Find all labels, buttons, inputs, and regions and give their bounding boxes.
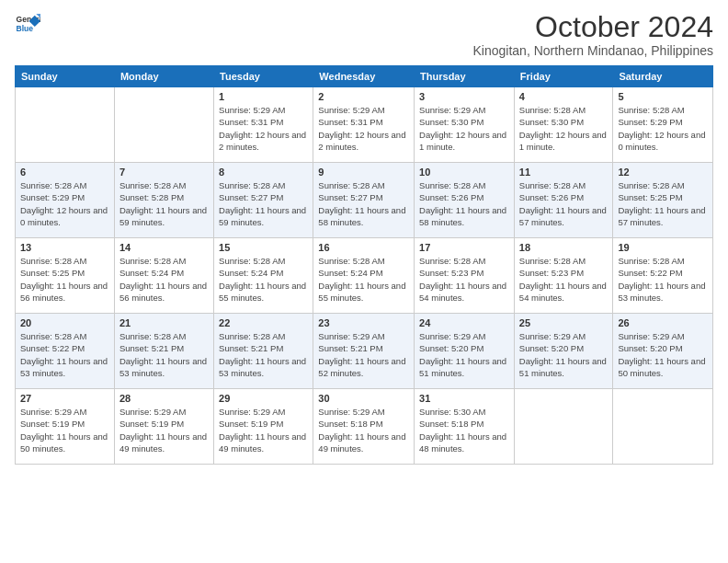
day-info: Sunrise: 5:28 AMSunset: 5:22 PMDaylight:…	[20, 331, 108, 378]
calendar-cell: 19 Sunrise: 5:28 AMSunset: 5:22 PMDaylig…	[613, 238, 713, 314]
day-info: Sunrise: 5:29 AMSunset: 5:20 PMDaylight:…	[618, 331, 705, 378]
svg-text:Blue: Blue	[17, 24, 34, 33]
day-info: Sunrise: 5:28 AMSunset: 5:24 PMDaylight:…	[219, 256, 306, 303]
day-number: 9	[318, 167, 409, 178]
day-info: Sunrise: 5:29 AMSunset: 5:20 PMDaylight:…	[419, 331, 506, 378]
day-number: 10	[419, 167, 509, 178]
col-tuesday: Tuesday	[214, 66, 313, 87]
day-number: 16	[318, 242, 409, 253]
day-info: Sunrise: 5:28 AMSunset: 5:21 PMDaylight:…	[219, 331, 306, 378]
page-title: October 2024	[473, 11, 714, 43]
calendar-week-1: 6 Sunrise: 5:28 AMSunset: 5:29 PMDayligh…	[16, 163, 713, 238]
day-number: 29	[219, 393, 308, 404]
day-info: Sunrise: 5:29 AMSunset: 5:21 PMDaylight:…	[318, 331, 405, 378]
title-block: October 2024 Kinogitan, Northern Mindana…	[473, 11, 714, 58]
day-info: Sunrise: 5:28 AMSunset: 5:23 PMDaylight:…	[519, 256, 607, 303]
day-info: Sunrise: 5:28 AMSunset: 5:27 PMDaylight:…	[219, 180, 306, 227]
calendar-header: Sunday Monday Tuesday Wednesday Thursday…	[16, 66, 713, 87]
day-number: 21	[119, 317, 209, 328]
day-number: 14	[119, 242, 209, 253]
day-number: 25	[519, 317, 609, 328]
day-info: Sunrise: 5:28 AMSunset: 5:26 PMDaylight:…	[519, 180, 607, 227]
day-number: 30	[318, 393, 409, 404]
calendar-cell: 1 Sunrise: 5:29 AMSunset: 5:31 PMDayligh…	[214, 87, 313, 163]
calendar-cell: 6 Sunrise: 5:28 AMSunset: 5:29 PMDayligh…	[16, 163, 115, 238]
col-friday: Friday	[514, 66, 613, 87]
calendar-cell: 21 Sunrise: 5:28 AMSunset: 5:21 PMDaylig…	[114, 314, 213, 389]
calendar-cell: 28 Sunrise: 5:29 AMSunset: 5:19 PMDaylig…	[114, 389, 213, 465]
logo-icon: General Blue	[15, 11, 40, 37]
calendar-table: Sunday Monday Tuesday Wednesday Thursday…	[15, 65, 713, 465]
calendar-cell	[16, 87, 115, 163]
calendar-cell: 25 Sunrise: 5:29 AMSunset: 5:20 PMDaylig…	[514, 314, 613, 389]
calendar-cell: 31 Sunrise: 5:30 AMSunset: 5:18 PMDaylig…	[415, 389, 515, 465]
day-info: Sunrise: 5:28 AMSunset: 5:29 PMDaylight:…	[20, 180, 108, 227]
calendar-cell: 2 Sunrise: 5:29 AMSunset: 5:31 PMDayligh…	[313, 87, 415, 163]
day-info: Sunrise: 5:28 AMSunset: 5:25 PMDaylight:…	[618, 180, 705, 227]
calendar-cell: 26 Sunrise: 5:29 AMSunset: 5:20 PMDaylig…	[613, 314, 713, 389]
col-wednesday: Wednesday	[313, 66, 415, 87]
day-info: Sunrise: 5:28 AMSunset: 5:21 PMDaylight:…	[119, 331, 207, 378]
day-info: Sunrise: 5:28 AMSunset: 5:28 PMDaylight:…	[119, 180, 207, 227]
col-sunday: Sunday	[16, 66, 115, 87]
day-number: 1	[219, 91, 308, 102]
day-info: Sunrise: 5:28 AMSunset: 5:24 PMDaylight:…	[318, 256, 405, 303]
day-info: Sunrise: 5:29 AMSunset: 5:19 PMDaylight:…	[219, 407, 306, 454]
calendar-cell: 17 Sunrise: 5:28 AMSunset: 5:23 PMDaylig…	[415, 238, 515, 314]
day-number: 23	[318, 317, 409, 328]
day-number: 27	[20, 393, 109, 404]
calendar-body: 1 Sunrise: 5:29 AMSunset: 5:31 PMDayligh…	[16, 87, 713, 465]
calendar-cell: 18 Sunrise: 5:28 AMSunset: 5:23 PMDaylig…	[514, 238, 613, 314]
logo: General Blue	[15, 11, 40, 37]
page-subtitle: Kinogitan, Northern Mindanao, Philippine…	[473, 43, 714, 58]
day-number: 13	[20, 242, 109, 253]
day-number: 20	[20, 317, 109, 328]
day-number: 15	[219, 242, 308, 253]
day-info: Sunrise: 5:30 AMSunset: 5:18 PMDaylight:…	[419, 407, 506, 454]
day-info: Sunrise: 5:29 AMSunset: 5:19 PMDaylight:…	[119, 407, 207, 454]
day-number: 12	[618, 167, 708, 178]
calendar-cell: 20 Sunrise: 5:28 AMSunset: 5:22 PMDaylig…	[16, 314, 115, 389]
calendar-cell: 14 Sunrise: 5:28 AMSunset: 5:24 PMDaylig…	[114, 238, 213, 314]
calendar-cell: 8 Sunrise: 5:28 AMSunset: 5:27 PMDayligh…	[214, 163, 313, 238]
col-monday: Monday	[114, 66, 213, 87]
calendar-cell: 30 Sunrise: 5:29 AMSunset: 5:18 PMDaylig…	[313, 389, 415, 465]
calendar-cell: 3 Sunrise: 5:29 AMSunset: 5:30 PMDayligh…	[415, 87, 515, 163]
calendar-cell: 4 Sunrise: 5:28 AMSunset: 5:30 PMDayligh…	[514, 87, 613, 163]
day-info: Sunrise: 5:28 AMSunset: 5:23 PMDaylight:…	[419, 256, 506, 303]
calendar-week-0: 1 Sunrise: 5:29 AMSunset: 5:31 PMDayligh…	[16, 87, 713, 163]
day-number: 3	[419, 91, 509, 102]
day-info: Sunrise: 5:29 AMSunset: 5:18 PMDaylight:…	[318, 407, 405, 454]
calendar-cell: 23 Sunrise: 5:29 AMSunset: 5:21 PMDaylig…	[313, 314, 415, 389]
day-number: 4	[519, 91, 609, 102]
day-number: 26	[618, 317, 708, 328]
calendar-cell: 10 Sunrise: 5:28 AMSunset: 5:26 PMDaylig…	[415, 163, 515, 238]
calendar-cell: 13 Sunrise: 5:28 AMSunset: 5:25 PMDaylig…	[16, 238, 115, 314]
col-thursday: Thursday	[415, 66, 515, 87]
day-info: Sunrise: 5:28 AMSunset: 5:24 PMDaylight:…	[119, 256, 207, 303]
day-number: 11	[519, 167, 609, 178]
calendar-cell: 15 Sunrise: 5:28 AMSunset: 5:24 PMDaylig…	[214, 238, 313, 314]
calendar-cell: 5 Sunrise: 5:28 AMSunset: 5:29 PMDayligh…	[613, 87, 713, 163]
day-info: Sunrise: 5:28 AMSunset: 5:29 PMDaylight:…	[618, 105, 705, 152]
day-number: 17	[419, 242, 509, 253]
header: General Blue October 2024 Kinogitan, Nor…	[15, 11, 713, 58]
day-number: 28	[119, 393, 209, 404]
calendar-cell: 22 Sunrise: 5:28 AMSunset: 5:21 PMDaylig…	[214, 314, 313, 389]
day-info: Sunrise: 5:29 AMSunset: 5:31 PMDaylight:…	[318, 105, 405, 152]
day-info: Sunrise: 5:29 AMSunset: 5:20 PMDaylight:…	[519, 331, 607, 378]
day-number: 2	[318, 91, 409, 102]
day-info: Sunrise: 5:29 AMSunset: 5:19 PMDaylight:…	[20, 407, 108, 454]
day-number: 8	[219, 167, 308, 178]
day-info: Sunrise: 5:29 AMSunset: 5:31 PMDaylight:…	[219, 105, 306, 152]
col-saturday: Saturday	[613, 66, 713, 87]
day-info: Sunrise: 5:28 AMSunset: 5:26 PMDaylight:…	[419, 180, 506, 227]
day-info: Sunrise: 5:28 AMSunset: 5:25 PMDaylight:…	[20, 256, 108, 303]
day-number: 22	[219, 317, 308, 328]
day-number: 7	[119, 167, 209, 178]
calendar-cell: 9 Sunrise: 5:28 AMSunset: 5:27 PMDayligh…	[313, 163, 415, 238]
calendar-cell	[114, 87, 213, 163]
day-info: Sunrise: 5:28 AMSunset: 5:30 PMDaylight:…	[519, 105, 607, 152]
calendar-cell	[514, 389, 613, 465]
day-number: 5	[618, 91, 708, 102]
